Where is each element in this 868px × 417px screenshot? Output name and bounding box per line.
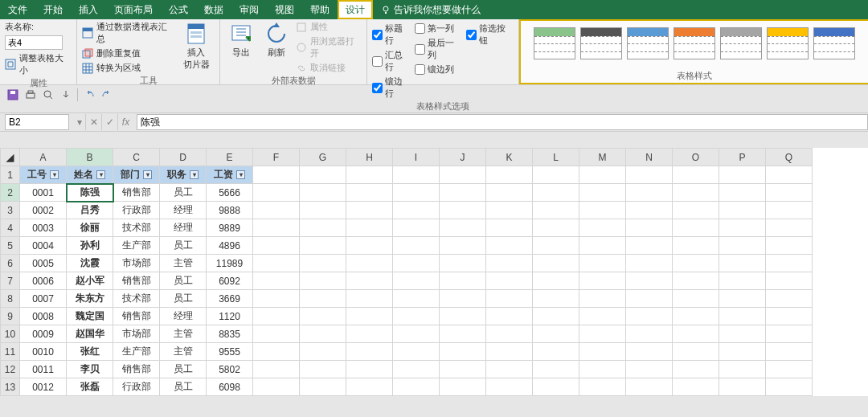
cell-B2[interactable]: 陈强 — [67, 184, 113, 202]
check-total-input[interactable] — [372, 56, 383, 67]
row-header-7[interactable]: 7 — [1, 272, 20, 290]
filter-dropdown-icon[interactable]: ▾ — [96, 170, 105, 179]
cell[interactable] — [719, 219, 766, 237]
cell[interactable] — [486, 308, 533, 325]
cell[interactable] — [673, 325, 719, 343]
col-header-J[interactable]: J — [440, 149, 486, 166]
cell-E4[interactable]: 9889 — [207, 219, 253, 237]
cell[interactable] — [346, 184, 393, 202]
check-total-row[interactable]: 汇总行 — [372, 49, 411, 73]
cell[interactable] — [673, 202, 719, 219]
cell[interactable] — [673, 237, 719, 255]
export-button[interactable]: 导出 — [225, 21, 257, 60]
cell[interactable] — [440, 290, 486, 308]
cell[interactable] — [533, 202, 579, 219]
cell[interactable] — [533, 255, 579, 272]
col-header-Q[interactable]: Q — [766, 149, 813, 166]
cell[interactable] — [533, 272, 579, 290]
col-header-I[interactable]: I — [393, 149, 440, 166]
touch-mode-icon[interactable] — [59, 88, 72, 101]
col-header-L[interactable]: L — [533, 149, 579, 166]
check-first-col[interactable]: 第一列 — [415, 22, 462, 35]
cell-D4[interactable]: 经理 — [160, 219, 207, 237]
cell[interactable] — [533, 361, 579, 378]
cell-E13[interactable]: 6098 — [207, 378, 253, 396]
table-header-1[interactable]: 姓名▾ — [67, 166, 113, 184]
col-header-M[interactable]: M — [579, 149, 626, 166]
col-header-E[interactable]: E — [207, 149, 253, 166]
cell[interactable] — [393, 290, 440, 308]
cell[interactable] — [253, 308, 300, 325]
cell[interactable] — [253, 343, 300, 361]
cell[interactable] — [766, 361, 813, 378]
cell[interactable] — [393, 272, 440, 290]
cell[interactable] — [579, 325, 626, 343]
cell[interactable] — [486, 255, 533, 272]
fx-icon[interactable]: fx — [117, 114, 133, 130]
cell-B7[interactable]: 赵小军 — [67, 272, 113, 290]
cell-A5[interactable]: 0004 — [20, 237, 67, 255]
cell[interactable] — [766, 255, 813, 272]
col-header-G[interactable]: G — [300, 149, 346, 166]
formula-input[interactable] — [137, 114, 868, 130]
menu-视图[interactable]: 视图 — [267, 0, 302, 19]
cell[interactable] — [253, 361, 300, 378]
cell[interactable] — [346, 343, 393, 361]
cell-D2[interactable]: 员工 — [160, 184, 207, 202]
cell-E9[interactable]: 1120 — [207, 308, 253, 325]
cell[interactable] — [533, 166, 579, 184]
cell[interactable] — [673, 290, 719, 308]
menu-插入[interactable]: 插入 — [71, 0, 106, 19]
cell-A3[interactable]: 0002 — [20, 202, 67, 219]
row-header-11[interactable]: 11 — [1, 343, 20, 361]
cell[interactable] — [300, 361, 346, 378]
cell[interactable] — [486, 184, 533, 202]
menu-设计[interactable]: 设计 — [338, 0, 373, 19]
cell[interactable] — [673, 255, 719, 272]
cell[interactable] — [393, 184, 440, 202]
cell[interactable] — [300, 166, 346, 184]
cell[interactable] — [533, 343, 579, 361]
cell-E2[interactable]: 5666 — [207, 184, 253, 202]
row-header-1[interactable]: 1 — [1, 166, 20, 184]
refresh-button[interactable]: 刷新 — [260, 21, 293, 60]
cell[interactable] — [719, 308, 766, 325]
cell[interactable] — [579, 290, 626, 308]
cell[interactable] — [579, 308, 626, 325]
cell[interactable] — [486, 343, 533, 361]
cell[interactable] — [346, 308, 393, 325]
cell[interactable] — [766, 308, 813, 325]
cell[interactable] — [673, 343, 719, 361]
col-header-D[interactable]: D — [160, 149, 207, 166]
cell[interactable] — [440, 272, 486, 290]
cell[interactable] — [626, 255, 673, 272]
cell-A6[interactable]: 0005 — [20, 255, 67, 272]
table-header-3[interactable]: 职务▾ — [160, 166, 207, 184]
cell[interactable] — [533, 219, 579, 237]
cell-E10[interactable]: 8835 — [207, 325, 253, 343]
cell[interactable] — [533, 325, 579, 343]
cell[interactable] — [346, 219, 393, 237]
menu-帮助[interactable]: 帮助 — [302, 0, 338, 19]
cell[interactable] — [486, 237, 533, 255]
menu-页面布局[interactable]: 页面布局 — [106, 0, 161, 19]
cell[interactable] — [440, 255, 486, 272]
insert-slicer-button[interactable]: 插入 切片器 — [178, 21, 215, 72]
pivot-button[interactable]: 通过数据透视表汇总 — [82, 21, 175, 45]
cell-D3[interactable]: 经理 — [160, 202, 207, 219]
menu-数据[interactable]: 数据 — [196, 0, 231, 19]
resize-table-button[interactable]: 调整表格大小 — [5, 52, 72, 76]
cell[interactable] — [486, 290, 533, 308]
cell[interactable] — [766, 290, 813, 308]
cell[interactable] — [579, 378, 626, 396]
cell-B3[interactable]: 吕秀 — [67, 202, 113, 219]
cell[interactable] — [626, 290, 673, 308]
cell[interactable] — [486, 378, 533, 396]
cell-C10[interactable]: 市场部 — [113, 325, 160, 343]
cell[interactable] — [533, 378, 579, 396]
cell[interactable] — [626, 378, 673, 396]
cell[interactable] — [346, 237, 393, 255]
cell[interactable] — [579, 255, 626, 272]
cell[interactable] — [346, 272, 393, 290]
enter-icon[interactable]: ✓ — [101, 114, 117, 130]
